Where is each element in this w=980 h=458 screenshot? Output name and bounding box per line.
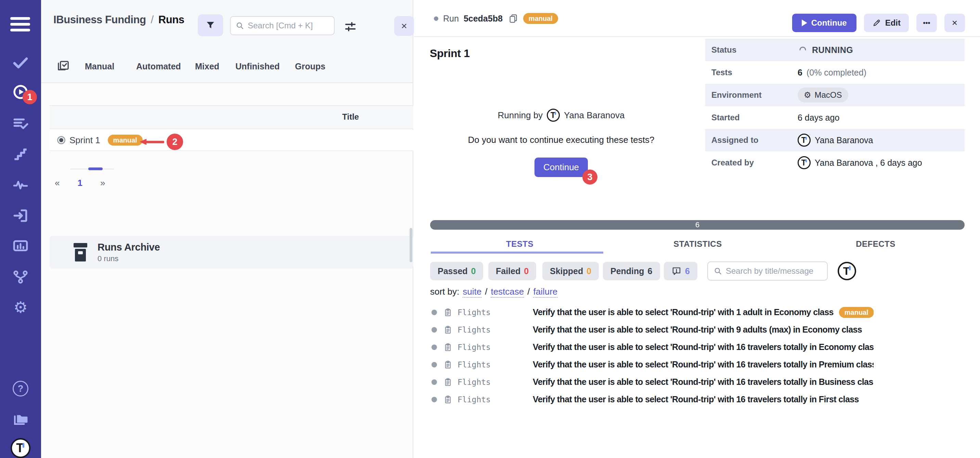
run-detail-panel: Run 5ceda5b8 manual Continue Edit ••• × … [414,0,980,458]
runs-archive-row[interactable]: Runs Archive 0 runs [49,236,414,269]
tab-groups[interactable]: Groups [295,62,325,71]
clipboard-icon [443,342,453,352]
filter-failed-button[interactable]: Failed0 [488,262,536,280]
tests-search-input[interactable] [726,266,822,276]
sidebar-item-branches[interactable] [0,266,41,287]
breadcrumb-separator: / [151,14,154,26]
tab-tests[interactable]: TESTS [431,239,609,249]
test-status-icon [431,344,437,350]
user-avatar: T [798,156,811,169]
breadcrumb: IBusiness Funding / Runs [53,14,185,26]
test-suite: Flights [458,395,533,404]
search-icon [713,266,722,276]
run-row-sprint1[interactable]: Sprint 1 manual [49,130,414,151]
sidebar-item-pulse[interactable] [0,174,41,195]
column-title: Title [342,112,359,122]
sign-in-icon [12,207,29,224]
clipboard-icon [443,395,453,404]
list-scroll-thumb[interactable] [88,168,103,170]
active-tab-underline [431,252,603,254]
test-row[interactable]: Flights Verify that the user is able to … [430,391,873,408]
select-all-icon[interactable] [56,59,70,73]
continue-run-button[interactable]: Continue [535,158,588,177]
status-value: RUNNING [812,45,853,55]
pulse-icon [12,176,29,193]
passed-count: 0 [471,266,476,276]
tab-statistics[interactable]: STATISTICS [609,239,787,249]
test-title: Verify that the user is able to select '… [533,377,873,387]
test-suite: Flights [458,343,533,352]
edit-button[interactable]: Edit [864,14,909,32]
annotation-arrow-2 [140,139,164,144]
close-panel-button[interactable]: × [394,16,414,36]
continue-button[interactable]: Continue [792,14,856,32]
filter-passed-button[interactable]: Passed0 [430,262,483,280]
sidebar-item-analytics[interactable] [0,235,41,256]
list-check-icon [12,115,29,132]
tab-unfinished[interactable]: Unfinished [235,62,280,71]
tab-defects[interactable]: DEFECTS [787,239,965,249]
filter-comments-button[interactable]: 6 [664,262,697,280]
runs-table-header: Title [49,105,414,129]
test-row[interactable]: Flights Verify that the user is able to … [430,338,873,356]
sort-label: sort by: [430,287,459,297]
play-icon [802,19,807,26]
sort-by-suite[interactable]: suite [463,287,482,298]
sidebar-item-steps[interactable] [0,144,41,165]
runs-search[interactable] [230,16,335,35]
tests-search[interactable] [707,261,828,281]
page-current[interactable]: 1 [77,178,82,188]
close-icon: × [952,17,958,29]
runs-search-input[interactable] [248,21,329,30]
tab-automated[interactable]: Automated [136,62,181,71]
columns-settings-button[interactable] [344,20,357,32]
sidebar-account[interactable]: T [0,437,41,458]
gear-icon: ⚙ [804,90,811,100]
comment-icon [671,266,682,276]
sliders-icon [344,20,357,33]
test-row[interactable]: Flights Verify that the user is able to … [430,373,873,391]
test-row[interactable]: Flights Verify that the user is able to … [430,321,873,338]
tests-row: Tests 6(0% completed) [705,61,965,84]
filter-button[interactable] [198,14,223,36]
run-id-line: Run 5ceda5b8 manual [434,10,558,27]
copy-icon[interactable] [508,13,519,24]
page-prev[interactable]: « [55,178,60,188]
bullet-icon [434,16,438,21]
more-button[interactable]: ••• [916,14,937,32]
run-manual-badge: manual [523,13,558,24]
environment-pill[interactable]: ⚙MacOS [798,87,848,103]
runs-count-badge: 1 [22,90,37,104]
test-title: Verify that the user is able to select '… [533,325,862,334]
close-detail-button[interactable]: × [944,14,965,32]
sort-controls: sort by: suite / testcase / failure [430,287,557,298]
sort-by-testcase[interactable]: testcase [491,287,524,298]
tab-manual[interactable]: Manual [85,62,114,71]
filter-skipped-button[interactable]: Skipped0 [542,262,599,280]
menu-icon[interactable] [10,17,30,35]
sidebar-item-settings[interactable]: ⚙ [0,297,41,318]
run-id: 5ceda5b8 [464,14,503,24]
test-row[interactable]: Flights Verify that the user is able to … [430,356,873,373]
page-next[interactable]: » [100,178,105,188]
test-row[interactable]: Flights Verify that the user is able to … [430,304,873,321]
sidebar-item-tests[interactable] [0,52,41,73]
manual-badge: manual [108,135,143,146]
filter-pending-button[interactable]: Pending6 [603,262,660,280]
sidebar-item-plans[interactable] [0,113,41,134]
sidebar-item-help[interactable]: ? [0,378,41,399]
panel-scrollbar-thumb[interactable] [410,228,412,262]
gear-icon: ⚙ [13,300,27,315]
tab-mixed[interactable]: Mixed [195,62,220,71]
pagination: « 1 » [55,178,164,188]
clipboard-icon [443,377,453,387]
continue-question: Do you want to continue executing these … [465,135,657,145]
sort-by-failure[interactable]: failure [533,287,557,298]
test-suite: Flights [458,378,533,387]
assignee-filter-avatar[interactable]: T [838,262,856,280]
sidebar-item-projects[interactable] [0,409,41,429]
breadcrumb-project[interactable]: IBusiness Funding [53,14,146,26]
sidebar-item-import[interactable] [0,205,41,226]
run-status-table: Status RUNNING Tests 6(0% completed) Env… [705,39,965,174]
user-avatar: T [547,109,560,122]
